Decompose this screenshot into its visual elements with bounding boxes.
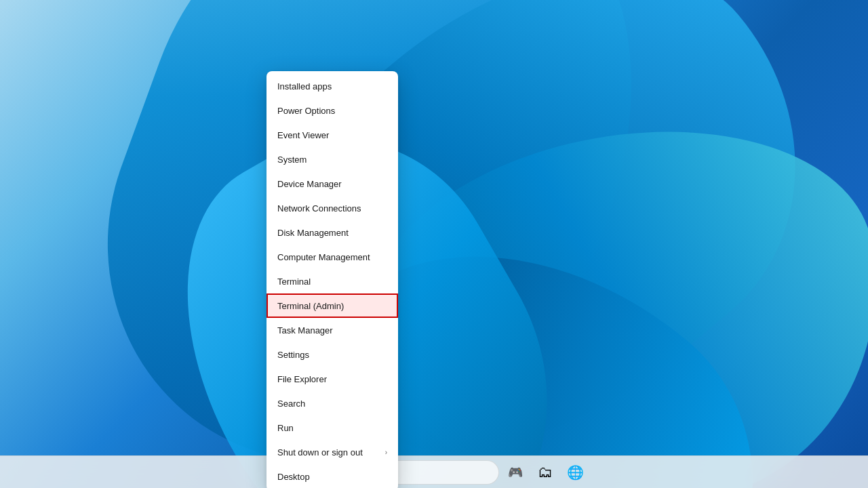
menu-item-file-explorer[interactable]: File Explorer [267, 367, 398, 391]
menu-item-computer-management[interactable]: Computer Management [267, 245, 398, 269]
menu-item-event-viewer[interactable]: Event Viewer [267, 123, 398, 147]
menu-item-terminal[interactable]: Terminal [267, 269, 398, 293]
menu-item-device-manager[interactable]: Device Manager [267, 171, 398, 196]
menu-item-label-run: Run [277, 423, 294, 433]
edge-taskbar-button[interactable]: 🌐 [561, 459, 589, 486]
menu-item-label-task-manager: Task Manager [277, 325, 333, 336]
menu-item-label-power-options: Power Options [277, 106, 335, 116]
menu-item-system[interactable]: System [267, 147, 398, 171]
menu-item-shut-down-sign-out[interactable]: Shut down or sign out› [267, 440, 398, 464]
game-controller-icon: 🎮 [508, 465, 523, 480]
menu-item-terminal-admin[interactable]: Terminal (Admin) [267, 293, 398, 318]
desktop-background [0, 0, 868, 488]
menu-item-installed-apps[interactable]: Installed apps [267, 74, 398, 98]
menu-item-label-installed-apps: Installed apps [277, 81, 332, 92]
menu-item-label-terminal-admin: Terminal (Admin) [277, 301, 344, 311]
file-explorer-taskbar-button[interactable]: 🗂 [532, 459, 559, 486]
menu-item-label-event-viewer: Event Viewer [277, 130, 329, 140]
menu-item-label-device-manager: Device Manager [277, 179, 342, 189]
taskbar: Search 🎮 🗂 🌐 [0, 455, 868, 488]
menu-item-disk-management[interactable]: Disk Management [267, 220, 398, 245]
menu-item-label-terminal: Terminal [277, 277, 311, 287]
menu-item-power-options[interactable]: Power Options [267, 98, 398, 123]
menu-item-settings[interactable]: Settings [267, 342, 398, 367]
menu-item-label-search: Search [277, 399, 305, 409]
submenu-chevron-icon: › [385, 449, 387, 456]
menu-item-label-settings: Settings [277, 350, 309, 360]
edge-icon: 🌐 [567, 464, 584, 481]
menu-item-desktop[interactable]: Desktop [267, 464, 398, 488]
menu-item-label-computer-management: Computer Management [277, 252, 370, 262]
menu-item-label-desktop: Desktop [277, 472, 310, 482]
xbox-taskbar-icon[interactable]: 🎮 [502, 459, 529, 486]
folder-icon: 🗂 [538, 464, 553, 481]
context-menu: Installed appsPower OptionsEvent ViewerS… [267, 71, 398, 488]
menu-item-search[interactable]: Search [267, 391, 398, 415]
menu-item-label-file-explorer: File Explorer [277, 374, 327, 384]
menu-item-label-system: System [277, 155, 307, 165]
menu-item-label-disk-management: Disk Management [277, 228, 349, 238]
menu-item-network-connections[interactable]: Network Connections [267, 196, 398, 220]
menu-item-label-shut-down-sign-out: Shut down or sign out [277, 447, 363, 458]
menu-item-label-network-connections: Network Connections [277, 203, 361, 214]
menu-item-run[interactable]: Run [267, 415, 398, 440]
menu-item-task-manager[interactable]: Task Manager [267, 318, 398, 342]
